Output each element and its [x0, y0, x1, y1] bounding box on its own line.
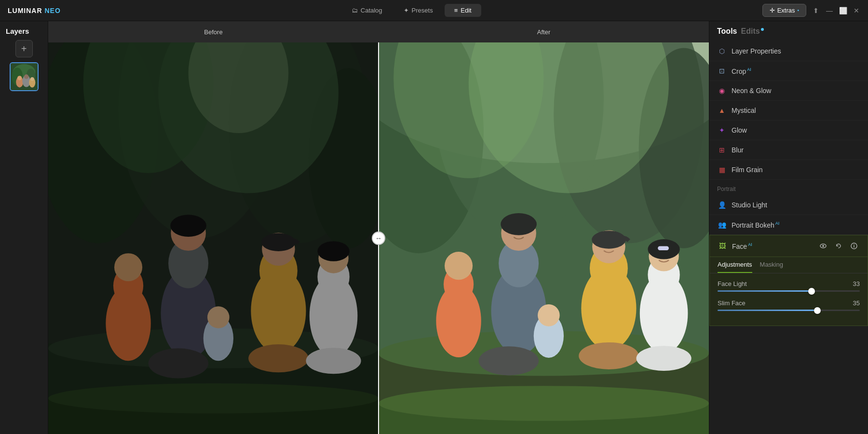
svg-point-78	[822, 245, 824, 247]
face-ai-badge: AI	[748, 242, 752, 247]
tab-catalog[interactable]: 🗂 Catalog	[342, 4, 392, 17]
blur-icon: ⊞	[717, 145, 727, 155]
edits-tab[interactable]: Edits	[741, 27, 763, 38]
tool-neon-glow[interactable]: ◉ Neon & Glow	[709, 81, 868, 101]
tool-layer-properties-label: Layer Properties	[732, 47, 860, 55]
slim-face-track	[718, 310, 860, 311]
tool-neon-glow-label: Neon & Glow	[732, 87, 860, 95]
face-tool-actions	[817, 240, 860, 252]
tool-film-grain-label: Film Grain	[732, 166, 860, 174]
extras-dot: •	[797, 8, 799, 13]
main-layout: Layers + Before After	[0, 21, 868, 434]
face-tool-panel: 🖼 FaceAI	[709, 235, 868, 326]
svg-point-7	[17, 76, 22, 80]
slim-face-thumb[interactable]	[814, 307, 821, 314]
slim-face-value: 35	[853, 299, 860, 307]
after-photo	[379, 42, 709, 434]
tool-layer-properties[interactable]: ⬡ Layer Properties	[709, 41, 868, 61]
slim-face-fill	[718, 310, 817, 311]
face-tab-adjustments[interactable]: Adjustments	[718, 261, 752, 273]
face-tab-masking[interactable]: Masking	[760, 261, 783, 273]
tool-mystical-label: Mystical	[732, 107, 860, 114]
close-button[interactable]: ✕	[853, 7, 860, 14]
divider-handle[interactable]: ↔	[372, 231, 385, 245]
face-light-label: Face Light	[718, 280, 747, 287]
slim-face-row: Slim Face 35	[718, 299, 860, 311]
titlebar: LUMINAR NEO 🗂 Catalog ✦ Presets ≡ Edit ✛…	[0, 0, 868, 21]
tool-glow[interactable]: ✦ Glow	[709, 121, 868, 140]
face-light-label-row: Face Light 33	[718, 280, 860, 287]
face-info-button[interactable]	[848, 240, 860, 252]
tool-studio-light-label: Studio Light	[732, 201, 860, 209]
face-tool-icon: 🖼	[718, 241, 727, 251]
face-light-fill	[718, 290, 812, 292]
photo-container: ↔	[48, 42, 709, 434]
window-controls: ⬆ — ⬜ ✕	[812, 7, 860, 14]
tab-edit[interactable]: ≡ Edit	[445, 4, 481, 17]
face-tool-header: 🖼 FaceAI	[710, 235, 868, 257]
svg-point-8	[24, 74, 28, 79]
minimize-button[interactable]: —	[826, 7, 833, 14]
svg-point-9	[30, 77, 34, 81]
face-light-thumb[interactable]	[808, 288, 815, 295]
before-photo	[48, 42, 379, 434]
add-layer-button[interactable]: +	[15, 40, 33, 57]
face-adjustments: Face Light 33 Slim Face 35	[710, 273, 868, 326]
tool-studio-light[interactable]: 👤 Studio Light	[709, 195, 868, 215]
before-label: Before	[48, 21, 379, 42]
tab-presets[interactable]: ✦ Presets	[394, 4, 443, 17]
extras-button[interactable]: ✛ Extras •	[762, 4, 806, 17]
crop-ai-badge: AI	[747, 67, 751, 72]
face-visibility-button[interactable]	[817, 240, 829, 252]
tool-portrait-bokeh[interactable]: 👥 Portrait BokehAI	[709, 215, 868, 235]
app-name-accent: NEO	[44, 7, 60, 14]
tool-crop-label: CropAI	[732, 67, 860, 75]
studio-light-icon: 👤	[717, 200, 727, 210]
after-label: After	[379, 21, 709, 42]
tools-tab[interactable]: Tools	[717, 27, 737, 38]
split-divider: ↔	[378, 42, 379, 434]
nav-tabs: 🗂 Catalog ✦ Presets ≡ Edit	[342, 4, 481, 17]
portrait-bokeh-icon: 👥	[717, 220, 727, 230]
svg-rect-76	[379, 42, 709, 434]
svg-rect-42	[48, 42, 379, 434]
tool-blur-label: Blur	[732, 146, 860, 154]
neon-glow-icon: ◉	[717, 86, 727, 95]
before-after-labels: Before After	[48, 21, 709, 42]
share-button[interactable]: ⬆	[812, 7, 820, 14]
catalog-icon: 🗂	[352, 7, 358, 14]
tool-portrait-bokeh-label: Portrait BokehAI	[732, 221, 860, 229]
layer-thumbnail[interactable]	[10, 62, 39, 91]
tool-glow-label: Glow	[732, 126, 860, 134]
extras-plus-icon: ✛	[770, 7, 775, 14]
film-grain-icon: ▦	[717, 165, 727, 175]
edits-dot	[761, 28, 764, 31]
tool-film-grain[interactable]: ▦ Film Grain	[709, 160, 868, 180]
face-tool-label: FaceAI	[732, 242, 813, 250]
plus-icon: +	[21, 43, 27, 54]
layer-properties-icon: ⬡	[717, 46, 727, 56]
face-tabs: Adjustments Masking	[710, 257, 868, 273]
tool-mystical[interactable]: ▲ Mystical	[709, 101, 868, 121]
canvas-area: Before After	[48, 21, 709, 434]
glow-icon: ✦	[717, 125, 727, 135]
edit-icon: ≡	[454, 7, 458, 14]
face-reset-button[interactable]	[833, 240, 844, 252]
tools-edits-header: Tools Edits	[709, 21, 868, 38]
presets-icon: ✦	[404, 7, 409, 14]
layers-title: Layers	[6, 27, 29, 35]
right-panel: Tools Edits ⬡ Layer Properties ⊡ CropAI …	[709, 21, 868, 434]
slim-face-label-row: Slim Face 35	[718, 299, 860, 307]
slim-face-label: Slim Face	[718, 299, 746, 307]
maximize-button[interactable]: ⬜	[839, 7, 847, 14]
tool-crop[interactable]: ⊡ CropAI	[709, 61, 868, 81]
face-light-row: Face Light 33	[718, 280, 860, 292]
crop-icon: ⊡	[717, 66, 727, 76]
face-light-value: 33	[853, 280, 860, 287]
face-light-track	[718, 290, 860, 292]
svg-point-81	[854, 244, 854, 245]
layers-panel: Layers +	[0, 21, 48, 434]
tool-blur[interactable]: ⊞ Blur	[709, 140, 868, 160]
portrait-section-header: Portrait	[709, 180, 868, 195]
app-logo: LUMINAR NEO	[8, 7, 61, 14]
